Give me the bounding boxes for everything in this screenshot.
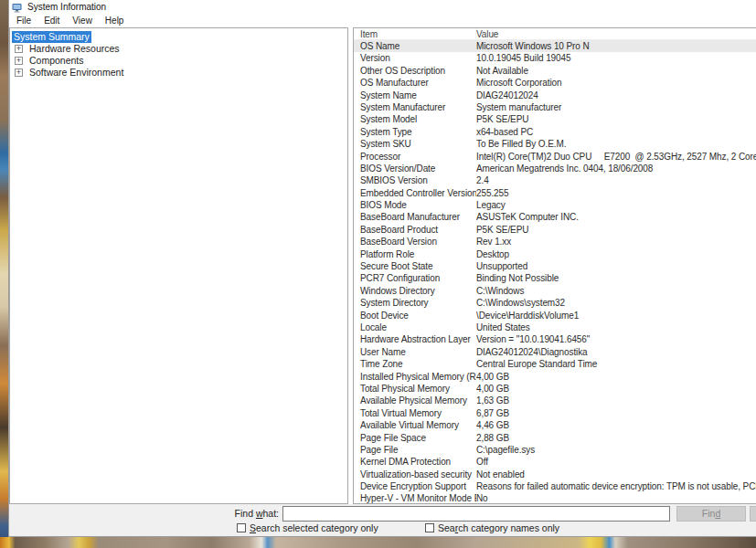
checkbox-label: Search category names only xyxy=(438,522,559,533)
item-cell: BIOS Version/Date xyxy=(354,163,476,174)
title-bar[interactable]: System Information xyxy=(9,0,756,15)
table-row[interactable]: SMBIOS Version2.4 xyxy=(354,174,756,186)
value-cell: Desktop xyxy=(476,248,756,260)
list-header: Item Value xyxy=(354,28,756,40)
value-cell: Intel(R) Core(TM)2 Duo CPU E7200 @ 2.53G… xyxy=(476,151,756,163)
table-row[interactable]: OS NameMicrosoft Windows 10 Pro N xyxy=(354,40,756,52)
item-cell: Virtualization-based security xyxy=(354,469,476,480)
value-cell: P5K SE/EPU xyxy=(476,224,756,236)
table-row[interactable]: BaseBoard VersionRev 1.xx xyxy=(354,236,756,248)
table-row[interactable]: ProcessorIntel(R) Core(TM)2 Duo CPU E720… xyxy=(354,151,756,163)
value-cell: 6,87 GB xyxy=(476,407,756,419)
value-cell: Version = "10.0.19041.6456" xyxy=(476,333,756,345)
table-row[interactable]: Other OS DescriptionNot Available xyxy=(354,65,756,77)
item-cell: Total Physical Memory xyxy=(354,383,476,395)
table-row[interactable]: Available Physical Memory1,63 GB xyxy=(354,395,756,406)
table-row[interactable]: Hyper-V - VM Monitor Mode E...No xyxy=(354,492,756,504)
table-row[interactable]: Boot Device\Device\HarddiskVolume1 xyxy=(354,310,756,321)
item-cell: System Name xyxy=(354,90,476,101)
table-row[interactable]: Available Virtual Memory4,46 GB xyxy=(354,419,756,431)
table-row[interactable]: System SKUTo Be Filled By O.E.M. xyxy=(354,138,756,150)
window-title: System Information xyxy=(27,0,106,15)
item-cell: Page File xyxy=(354,444,476,456)
expand-plus-icon[interactable]: + xyxy=(15,45,23,53)
table-row[interactable]: Page File Space2,88 GB xyxy=(354,432,756,444)
item-cell: Secure Boot State xyxy=(354,260,476,272)
find-bar: Find what: Find Search selected category… xyxy=(9,504,756,537)
menu-item-file[interactable]: File xyxy=(10,15,37,27)
table-row[interactable]: Hardware Abstraction LayerVersion = "10.… xyxy=(354,333,756,345)
value-cell: No xyxy=(476,492,756,504)
value-cell: Off xyxy=(476,456,756,468)
item-cell: Available Physical Memory xyxy=(354,395,476,406)
table-row[interactable]: OS ManufacturerMicrosoft Corporation xyxy=(354,77,756,89)
column-header-item[interactable]: Item xyxy=(354,28,476,39)
value-cell: \Device\HarddiskVolume1 xyxy=(476,310,756,321)
table-row[interactable]: Installed Physical Memory (RAM)4,00 GB xyxy=(354,371,756,383)
value-cell: C:\Windows\system32 xyxy=(476,297,756,309)
table-row[interactable]: PCR7 ConfigurationBinding Not Possible xyxy=(354,272,756,284)
menu-item-view[interactable]: View xyxy=(66,15,99,27)
table-row[interactable]: Total Physical Memory4,00 GB xyxy=(354,383,756,395)
table-row[interactable]: Platform RoleDesktop xyxy=(354,248,756,260)
table-row[interactable]: Version10.0.19045 Build 19045 xyxy=(354,52,756,64)
item-cell: User Name xyxy=(354,346,476,358)
item-cell: Device Encryption Support xyxy=(354,480,476,492)
find-button[interactable]: Find xyxy=(676,506,746,522)
value-cell: Not Available xyxy=(476,65,756,77)
value-cell: Legacy xyxy=(476,199,756,211)
table-row[interactable]: System DirectoryC:\Windows\system32 xyxy=(354,297,756,309)
table-row[interactable]: Page FileC:\pagefile.sys xyxy=(354,444,756,456)
item-cell: Other OS Description xyxy=(354,65,476,77)
tree-item-system-summary[interactable]: System Summary xyxy=(10,31,347,43)
item-cell: BaseBoard Version xyxy=(354,236,476,248)
tree-item-hardware-resources[interactable]: +Hardware Resources xyxy=(10,43,347,55)
tree-item-label: System Summary xyxy=(12,31,91,43)
value-cell: 1,63 GB xyxy=(476,395,756,406)
item-cell: System Directory xyxy=(354,297,476,309)
table-row[interactable]: Total Virtual Memory6,87 GB xyxy=(354,407,756,419)
list-body: OS NameMicrosoft Windows 10 Pro NVersion… xyxy=(354,40,756,504)
table-row[interactable]: LocaleUnited States xyxy=(354,321,756,333)
table-row[interactable]: Device Encryption SupportReasons for fai… xyxy=(354,480,756,492)
item-cell: Version xyxy=(354,52,476,64)
table-row[interactable]: BIOS ModeLegacy xyxy=(354,199,756,211)
table-row[interactable]: System Typex64-based PC xyxy=(354,126,756,138)
table-row[interactable]: Virtualization-based securityNot enabled xyxy=(354,469,756,480)
tree-item-software-environment[interactable]: +Software Environment xyxy=(10,67,347,79)
item-cell: Total Virtual Memory xyxy=(354,407,476,419)
menu-item-help[interactable]: Help xyxy=(99,15,131,27)
table-row[interactable]: Embedded Controller Version255.255 xyxy=(354,187,756,199)
table-row[interactable]: System NameDIAG24012024 xyxy=(354,90,756,101)
column-header-value[interactable]: Value xyxy=(476,28,756,39)
search-category-names-checkbox[interactable]: Search category names only xyxy=(425,522,559,533)
table-row[interactable]: System ManufacturerSystem manufacturer xyxy=(354,101,756,113)
item-cell: BaseBoard Manufacturer xyxy=(354,211,476,223)
item-cell: BaseBoard Product xyxy=(354,224,476,236)
find-input[interactable] xyxy=(282,506,670,522)
expand-plus-icon[interactable]: + xyxy=(15,68,23,77)
expand-plus-icon[interactable]: + xyxy=(15,57,23,65)
item-cell: Boot Device xyxy=(354,310,476,321)
table-row[interactable]: Secure Boot StateUnsupported xyxy=(354,260,756,272)
table-row[interactable]: Time ZoneCentral Europe Standard Time xyxy=(354,358,756,370)
checkbox-icon[interactable] xyxy=(237,523,246,532)
checkbox-icon[interactable] xyxy=(425,523,434,532)
value-cell: 4,46 GB xyxy=(476,419,756,431)
table-row[interactable]: User NameDIAG24012024\Diagnostika xyxy=(354,346,756,358)
table-row[interactable]: BaseBoard ManufacturerASUSTeK Computer I… xyxy=(354,211,756,223)
item-cell: Installed Physical Memory (RAM) xyxy=(354,371,476,383)
table-row[interactable]: Windows DirectoryC:\Windows xyxy=(354,285,756,297)
item-cell: Locale xyxy=(354,321,476,333)
menu-item-edit[interactable]: Edit xyxy=(37,15,66,27)
value-cell: Rev 1.xx xyxy=(476,236,756,248)
value-cell: DIAG24012024\Diagnostika xyxy=(476,346,756,358)
table-row[interactable]: Kernel DMA ProtectionOff xyxy=(354,456,756,468)
tree-item-components[interactable]: +Components xyxy=(10,55,347,67)
table-row[interactable]: BaseBoard ProductP5K SE/EPU xyxy=(354,224,756,236)
table-row[interactable]: System ModelP5K SE/EPU xyxy=(354,113,756,125)
table-row[interactable]: BIOS Version/DateAmerican Megatrends Inc… xyxy=(354,163,756,174)
app-icon xyxy=(12,3,22,13)
close-find-button[interactable] xyxy=(750,506,756,522)
search-selected-category-checkbox[interactable]: Search selected category only xyxy=(237,522,378,533)
